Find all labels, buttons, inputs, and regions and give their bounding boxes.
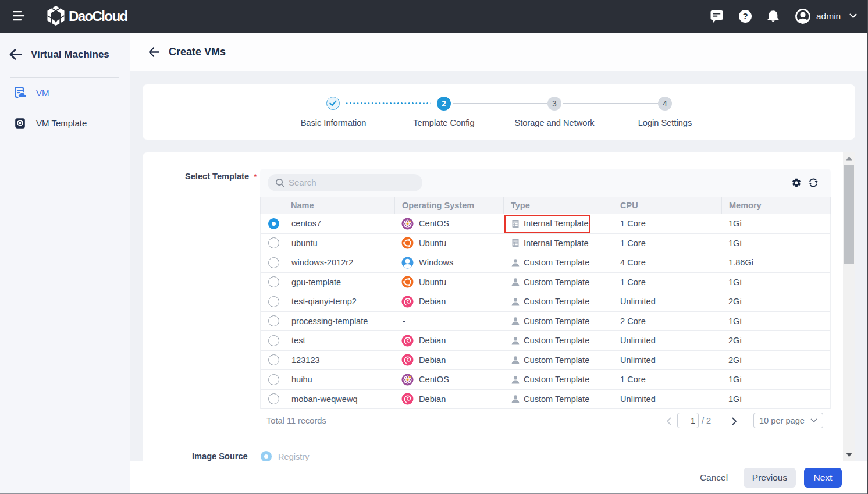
svg-text:?: ?	[742, 11, 748, 21]
